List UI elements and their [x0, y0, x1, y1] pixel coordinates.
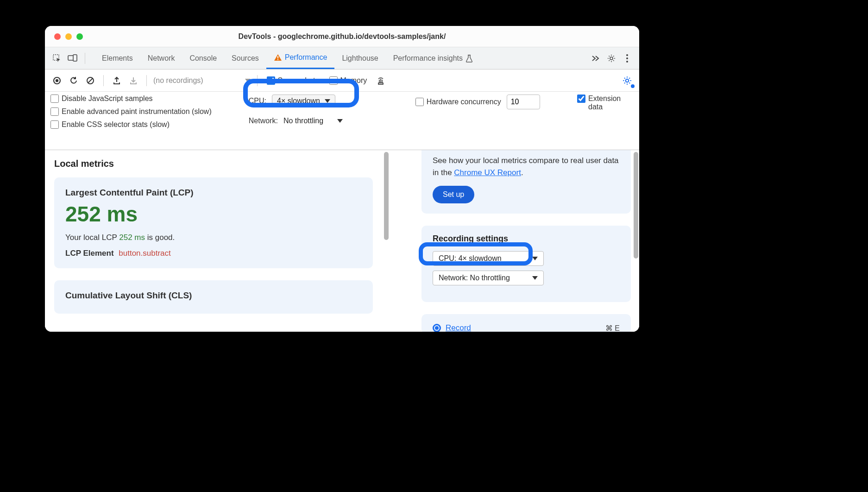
chevron-down-icon	[337, 119, 343, 123]
cls-title: Cumulative Layout Shift (CLS)	[65, 290, 362, 301]
tab-performance-insights[interactable]: Performance insights	[386, 47, 480, 69]
tab-network[interactable]: Network	[140, 47, 182, 69]
content-area: Local metrics Largest Contentful Paint (…	[45, 150, 639, 332]
record-icon[interactable]	[50, 74, 63, 87]
memory-checkbox[interactable]: Memory	[329, 76, 367, 85]
screenshots-checkbox[interactable]: Screenshots	[267, 76, 319, 85]
flask-icon	[465, 54, 473, 63]
scrollbar[interactable]	[383, 150, 390, 332]
svg-point-6	[610, 57, 613, 60]
svg-rect-3	[277, 56, 278, 58]
setup-button[interactable]: Set up	[433, 186, 474, 203]
svg-point-8	[626, 57, 628, 59]
recording-cpu-select[interactable]: CPU: 4× slowdown	[433, 251, 544, 266]
lcp-description: Your local LCP 252 ms is good.	[65, 233, 362, 242]
capture-settings-gear-icon[interactable]	[621, 74, 634, 87]
cls-card: Cumulative Layout Shift (CLS)	[54, 280, 373, 314]
disable-js-samples-checkbox[interactable]: Disable JavaScript samples	[50, 95, 212, 103]
record-shortcut: ⌘ E	[605, 324, 620, 332]
tab-elements[interactable]: Elements	[94, 47, 140, 69]
lcp-element-row[interactable]: LCP Element button.subtract	[65, 249, 362, 258]
separator	[85, 53, 85, 64]
separator	[146, 75, 147, 86]
tab-performance[interactable]: Performance	[266, 47, 335, 69]
window-title: DevTools - googlechrome.github.io/devtoo…	[54, 32, 630, 41]
warning-icon	[274, 54, 282, 61]
chevron-down-icon	[325, 99, 330, 103]
svg-rect-4	[277, 59, 278, 60]
chevron-down-icon	[532, 276, 538, 280]
lcp-value: 252 ms	[65, 202, 362, 227]
scroll-thumb[interactable]	[634, 152, 638, 259]
enable-css-selector-checkbox[interactable]: Enable CSS selector stats (slow)	[50, 120, 212, 129]
capture-settings-panel: Disable JavaScript samples Enable advanc…	[45, 92, 639, 150]
download-icon[interactable]	[127, 74, 140, 87]
hardware-concurrency-checkbox[interactable]: Hardware concurrency	[415, 98, 501, 106]
separator	[103, 75, 104, 86]
tab-sources[interactable]: Sources	[224, 47, 266, 69]
network-label: Network:	[249, 117, 278, 125]
svg-point-11	[56, 79, 58, 82]
kebab-menu-icon[interactable]	[621, 52, 634, 65]
lcp-card: Largest Contentful Paint (LCP) 252 ms Yo…	[54, 177, 373, 268]
recording-settings-card: Recording settings CPU: 4× slowdown Netw…	[421, 226, 631, 302]
close-window-icon[interactable]	[54, 33, 61, 40]
reload-and-record-icon[interactable]	[67, 74, 80, 87]
separator	[257, 75, 258, 86]
clear-icon[interactable]	[84, 74, 97, 87]
lcp-title: Largest Contentful Paint (LCP)	[65, 188, 362, 198]
field-data-card: See how your local metrics compare to re…	[421, 150, 631, 214]
extension-data-checkbox[interactable]: Extension data	[577, 95, 630, 111]
svg-point-9	[626, 61, 628, 63]
cpu-throttling-select[interactable]: 4× slowdown	[272, 95, 335, 107]
tab-console[interactable]: Console	[182, 47, 224, 69]
titlebar: DevTools - googlechrome.github.io/devtoo…	[45, 26, 639, 47]
recording-network-select[interactable]: Network: No throttling	[433, 271, 544, 285]
device-toolbar-icon[interactable]	[66, 52, 79, 65]
scrollbar[interactable]	[634, 152, 638, 291]
performance-toolbar: (no recordings) Screenshots Memory	[45, 69, 639, 92]
tab-lighthouse[interactable]: Lighthouse	[334, 47, 385, 69]
enable-advanced-paint-checkbox[interactable]: Enable advanced paint instrumentation (s…	[50, 107, 212, 116]
svg-point-7	[626, 54, 628, 56]
minimize-window-icon[interactable]	[65, 33, 72, 40]
recording-settings-title: Recording settings	[433, 234, 620, 244]
overflow-tabs-icon[interactable]	[589, 52, 602, 65]
network-throttling-select[interactable]: No throttling	[283, 115, 343, 127]
svg-rect-14	[378, 83, 383, 84]
scroll-thumb[interactable]	[384, 152, 389, 240]
inspect-element-icon[interactable]	[50, 52, 63, 65]
zoom-window-icon[interactable]	[76, 33, 83, 40]
hardware-concurrency-input[interactable]	[507, 95, 540, 109]
devtools-window: DevTools - googlechrome.github.io/devtoo…	[45, 26, 639, 332]
traffic-lights	[54, 33, 83, 40]
record-card: Record ⌘ E	[421, 314, 631, 332]
local-metrics-title: Local metrics	[54, 158, 398, 169]
main-pane: Local metrics Largest Contentful Paint (…	[45, 150, 408, 332]
side-pane: See how your local metrics compare to re…	[408, 150, 639, 332]
crux-link[interactable]: Chrome UX Report	[454, 168, 521, 177]
panel-tabs: Elements Network Console Sources Perform…	[45, 47, 639, 69]
record-link[interactable]: Record	[446, 323, 471, 332]
upload-icon[interactable]	[110, 74, 123, 87]
recordings-dropdown[interactable]: (no recordings)	[153, 76, 251, 85]
record-icon	[433, 324, 441, 332]
svg-line-13	[88, 78, 93, 83]
svg-rect-2	[73, 55, 77, 61]
settings-gear-icon[interactable]	[605, 52, 618, 65]
collect-garbage-icon[interactable]	[374, 74, 387, 87]
cpu-label: CPU:	[249, 97, 266, 105]
svg-point-15	[626, 79, 629, 82]
chevron-down-icon	[532, 257, 538, 260]
